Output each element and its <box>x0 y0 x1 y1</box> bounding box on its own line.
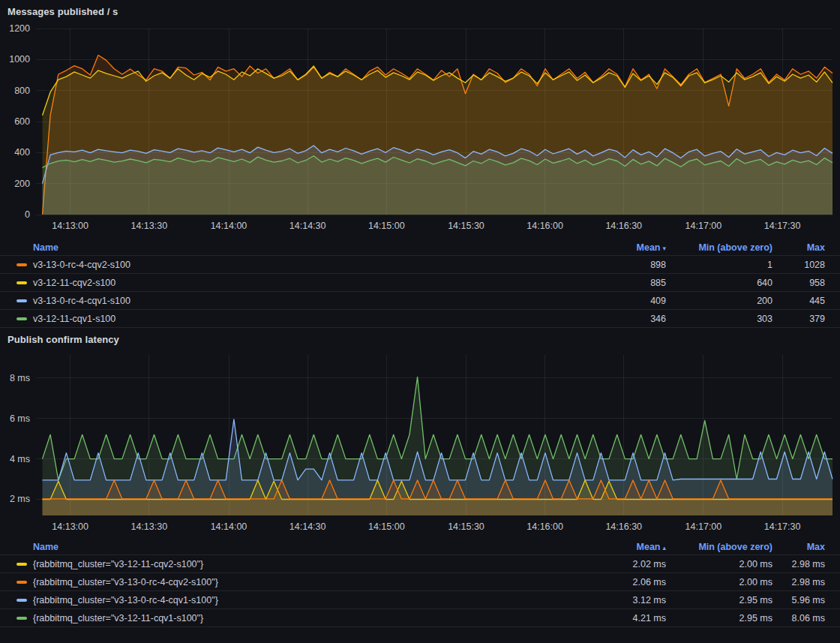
legend-value-max: 5.96 ms <box>772 595 825 605</box>
legend-value-max: 1028 <box>772 260 825 270</box>
y-axis-tick: 4 ms <box>10 454 30 464</box>
legend-table: NameMean▾Min (above zero)Maxv3-13-0-rc-4… <box>0 240 840 328</box>
panel-publish-confirm-latency: Publish confirm latency 2 ms4 ms6 ms8 ms… <box>0 328 840 627</box>
legend-header-max[interactable]: Max <box>772 242 825 253</box>
x-axis-tick: 14:15:00 <box>368 521 405 532</box>
legend-value-max: 8.06 ms <box>772 613 825 623</box>
legend-header-row: NameMean▾Min (above zero)Max <box>0 240 840 256</box>
legend-value-mean: 885 <box>597 278 666 288</box>
x-axis-tick: 14:15:30 <box>448 521 484 532</box>
legend-value-min: 303 <box>666 314 772 324</box>
legend-value-min: 2.95 ms <box>666 595 772 605</box>
series-name[interactable]: v3-12-11-cqv1-s100 <box>33 314 597 324</box>
y-axis-tick: 600 <box>14 116 30 127</box>
x-axis-tick: 14:16:00 <box>526 521 563 532</box>
legend-value-max: 445 <box>772 296 825 306</box>
series-name[interactable]: {rabbitmq_cluster="v3-12-11-cqv2-s100"} <box>33 559 597 569</box>
series-color-swatch[interactable] <box>16 263 27 266</box>
x-axis-tick: 14:16:30 <box>605 521 642 532</box>
panel-messages-published: Messages published / s 02004006008001000… <box>0 0 840 328</box>
messages-published-chart[interactable]: 02004006008001000120014:13:0014:13:3014:… <box>0 21 840 239</box>
legend-header-row: NameMean▴Min (above zero)Max <box>0 539 840 555</box>
y-axis-tick: 2 ms <box>10 494 30 504</box>
legend-row: {rabbitmq_cluster="v3-13-0-rc-4-cqv2-s10… <box>0 573 840 591</box>
series-name[interactable]: {rabbitmq_cluster="v3-13-0-rc-4-cqv1-s10… <box>33 595 597 605</box>
legend-value-min: 1 <box>666 260 772 270</box>
legend-value-mean: 3.12 ms <box>597 595 666 605</box>
legend-value-min: 2.95 ms <box>666 613 772 623</box>
legend-header-mean[interactable]: Mean▴ <box>597 542 666 552</box>
legend-value-mean: 898 <box>597 260 666 270</box>
x-axis-tick: 14:13:00 <box>52 221 88 231</box>
legend-value-min: 640 <box>666 278 772 288</box>
legend-row: v3-13-0-rc-4-cqv1-s100409200445 <box>0 292 840 310</box>
legend-value-max: 2.98 ms <box>772 559 825 569</box>
legend-value-min: 2.00 ms <box>666 577 772 587</box>
legend-header-name[interactable]: Name <box>33 242 597 253</box>
legend-table: NameMean▴Min (above zero)Max{rabbitmq_cl… <box>0 539 840 627</box>
series-color-swatch[interactable] <box>16 299 27 302</box>
legend-row: {rabbitmq_cluster="v3-12-11-cqv1-s100"}4… <box>0 609 840 627</box>
legend-value-mean: 346 <box>597 314 666 324</box>
y-axis-tick: 200 <box>14 179 30 189</box>
series-color-swatch[interactable] <box>16 563 27 566</box>
y-axis-tick: 1200 <box>9 23 30 34</box>
y-axis-tick: 800 <box>14 86 30 96</box>
legend-value-max: 958 <box>772 278 825 288</box>
series-color-swatch[interactable] <box>16 617 27 620</box>
legend-row: v3-12-11-cqv1-s100346303379 <box>0 310 840 328</box>
x-axis-tick: 14:17:30 <box>764 221 801 231</box>
series-color-swatch[interactable] <box>16 317 27 320</box>
series-name[interactable]: v3-12-11-cqv2-s100 <box>33 278 597 288</box>
legend-header-name[interactable]: Name <box>33 542 597 552</box>
y-axis-tick: 0 <box>25 209 30 220</box>
x-axis-tick: 14:17:00 <box>686 521 722 532</box>
series-name[interactable]: {rabbitmq_cluster="v3-13-0-rc-4-cqv2-s10… <box>33 577 597 587</box>
x-axis-tick: 14:17:30 <box>764 521 801 532</box>
legend-value-max: 2.98 ms <box>772 577 825 587</box>
legend-header-min-above-zero[interactable]: Min (above zero) <box>666 542 772 552</box>
x-axis-tick: 14:13:30 <box>130 521 167 532</box>
legend-header-max[interactable]: Max <box>772 542 825 552</box>
x-axis-tick: 14:14:00 <box>211 521 248 532</box>
legend-header-min-above-zero[interactable]: Min (above zero) <box>666 242 772 253</box>
x-axis-tick: 14:13:00 <box>52 521 88 532</box>
publish-confirm-latency-chart[interactable]: 2 ms4 ms6 ms8 ms14:13:0014:13:3014:14:00… <box>0 349 840 538</box>
legend-header-mean[interactable]: Mean▾ <box>597 242 666 253</box>
legend-row: v3-13-0-rc-4-cqv2-s10089811028 <box>0 256 840 274</box>
series-color-swatch[interactable] <box>16 281 27 284</box>
legend-row: {rabbitmq_cluster="v3-12-11-cqv2-s100"}2… <box>0 555 840 573</box>
legend-value-max: 379 <box>772 314 825 324</box>
legend-row: v3-12-11-cqv2-s100885640958 <box>0 274 840 292</box>
series-name[interactable]: {rabbitmq_cluster="v3-12-11-cqv1-s100"} <box>33 613 597 623</box>
series-name[interactable]: v3-13-0-rc-4-cqv2-s100 <box>33 260 597 270</box>
legend-value-mean: 409 <box>597 296 666 306</box>
x-axis-tick: 14:16:00 <box>526 221 563 231</box>
series-color-swatch[interactable] <box>16 581 27 584</box>
x-axis-tick: 14:14:30 <box>290 221 326 231</box>
y-axis-tick: 1000 <box>9 54 30 65</box>
x-axis-tick: 14:16:30 <box>605 221 642 231</box>
panel-title[interactable]: Publish confirm latency <box>0 331 840 349</box>
x-axis-tick: 14:15:30 <box>448 221 484 231</box>
series-area <box>43 156 833 215</box>
series-color-swatch[interactable] <box>16 599 27 602</box>
y-axis-tick: 6 ms <box>10 413 30 424</box>
y-axis-tick: 8 ms <box>10 373 30 383</box>
x-axis-tick: 14:14:00 <box>211 221 248 231</box>
legend-value-mean: 2.02 ms <box>597 559 666 569</box>
y-axis-tick: 400 <box>14 147 30 158</box>
legend-row: {rabbitmq_cluster="v3-13-0-rc-4-cqv1-s10… <box>0 591 840 609</box>
x-axis-tick: 14:14:30 <box>290 521 326 532</box>
x-axis-tick: 14:15:00 <box>368 221 405 231</box>
x-axis-tick: 14:17:00 <box>686 221 722 231</box>
legend-value-min: 2.00 ms <box>666 559 772 569</box>
legend-value-mean: 2.06 ms <box>597 577 666 587</box>
panel-title[interactable]: Messages published / s <box>0 3 840 21</box>
legend-value-min: 200 <box>666 296 772 306</box>
x-axis-tick: 14:13:30 <box>130 221 167 231</box>
legend-value-mean: 4.21 ms <box>597 613 666 623</box>
series-name[interactable]: v3-13-0-rc-4-cqv1-s100 <box>33 296 597 306</box>
